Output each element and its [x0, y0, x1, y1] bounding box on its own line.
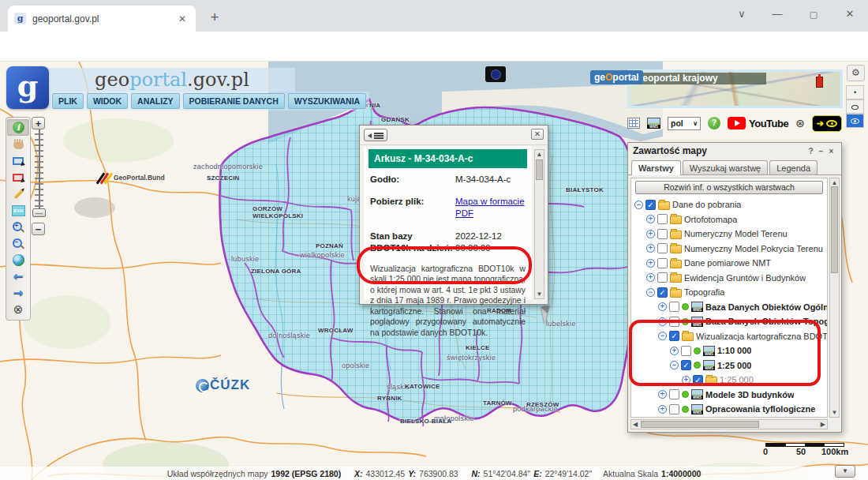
results-list-icon[interactable]	[364, 129, 387, 141]
tab-warstwy[interactable]: Warstwy	[631, 160, 681, 175]
pdf-download-link[interactable]: Mapa w formacie PDF	[455, 197, 525, 217]
menu-item-analizy[interactable]: ANALIZY	[131, 93, 180, 109]
zoom-out-button[interactable]: −	[32, 223, 45, 235]
map-viewport[interactable]: zachodniopomorskiekujawsko-pomorskielubu…	[0, 62, 868, 480]
layer-checkbox[interactable]: ✓	[645, 200, 656, 210]
layer-checkbox[interactable]	[669, 302, 679, 312]
layer-label[interactable]: Topografia	[684, 287, 724, 297]
panel-scroll-up-icon[interactable]: ▲	[830, 179, 839, 186]
panel-scroll-left-icon[interactable]: ◀	[633, 421, 638, 428]
full-extent-tool[interactable]	[7, 252, 29, 268]
layer-label[interactable]: Baza Danych Obiektów Ogólnogeog	[705, 302, 827, 312]
expand-icon[interactable]: +	[658, 390, 667, 399]
help-icon[interactable]: ?	[708, 117, 720, 129]
layer-checkbox[interactable]: ✓	[657, 287, 668, 298]
layer-checkbox[interactable]	[681, 346, 691, 356]
layer-row[interactable]: −✓Dane do pobrania	[631, 197, 827, 212]
view-eye-active-button[interactable]	[846, 114, 864, 128]
zoom-in-tool[interactable]: +	[7, 219, 29, 235]
expand-icon[interactable]: +	[646, 215, 655, 223]
wms-services-icon[interactable]	[647, 118, 660, 129]
identify-info-tool[interactable]: i	[7, 119, 29, 136]
scroll-down-icon[interactable]: ▼	[535, 291, 544, 298]
collapse-icon[interactable]: −	[646, 288, 655, 297]
layer-checkbox[interactable]	[657, 243, 668, 253]
overview-map[interactable]: Geoportal krajowy	[627, 69, 843, 108]
layer-label[interactable]: Numeryczny Model Pokrycia Terenu	[684, 244, 823, 253]
clear-tool[interactable]: ⊗	[7, 302, 29, 318]
layer-label[interactable]: Dane do pobrania	[672, 200, 741, 209]
layer-checkbox[interactable]	[669, 317, 679, 327]
panel-vertical-scrollbar[interactable]: ▲ ▼	[829, 178, 840, 418]
map-marker[interactable]	[485, 66, 506, 82]
scroll-up-icon[interactable]: ▲	[535, 151, 544, 158]
menu-item-widok[interactable]: WIDOK	[87, 93, 128, 109]
expand-icon[interactable]: +	[658, 317, 667, 326]
expand-icon[interactable]: +	[670, 347, 679, 355]
panel-help-icon[interactable]: ?	[806, 147, 816, 156]
coordinates-tool[interactable]: XYH	[7, 202, 29, 219]
high-contrast-button[interactable]: ➔	[812, 115, 842, 132]
grid-view-icon[interactable]	[627, 118, 640, 129]
select-rectangle-tool[interactable]	[7, 152, 29, 169]
zoom-slider-handle[interactable]	[32, 208, 46, 217]
layer-label[interactable]: Opracowania tyflologiczne	[705, 404, 815, 414]
expand-icon[interactable]: +	[646, 259, 655, 268]
expand-icon[interactable]: +	[646, 230, 655, 238]
expand-icon[interactable]: +	[682, 376, 690, 384]
pan-tool[interactable]	[7, 136, 29, 152]
menu-item-plik[interactable]: PLIK	[52, 93, 84, 109]
layer-label[interactable]: Dane pomiarowe NMT	[684, 258, 771, 268]
view-dot-button[interactable]: •	[846, 85, 864, 99]
statusbar-collapse-icon[interactable]: ▼	[835, 465, 855, 478]
layer-label[interactable]: 1:10 000	[717, 346, 751, 355]
layer-row[interactable]: −✓Wizualizacja kartograficzna BDOT10k	[631, 329, 827, 344]
collapse-icon[interactable]: −	[670, 361, 679, 369]
browser-tab[interactable]: g geoportal.gov.pl ✕	[8, 6, 196, 32]
layer-row[interactable]: +1:10 000	[631, 343, 827, 358]
zoom-in-button[interactable]: +	[32, 117, 45, 129]
panel-close-icon[interactable]: ×	[826, 147, 836, 156]
layer-checkbox[interactable]: ✓	[669, 331, 679, 341]
expand-icon[interactable]: +	[658, 405, 667, 414]
tab-close-icon[interactable]: ✕	[175, 12, 189, 26]
window-maximize-button[interactable]: ▢	[795, 0, 832, 30]
layer-checkbox[interactable]: ✓	[693, 375, 703, 385]
measure-tool[interactable]	[7, 186, 29, 202]
layer-label[interactable]: Ewidencja Gruntów i Budynków	[684, 273, 806, 283]
expand-icon[interactable]: +	[646, 244, 655, 253]
geoportal-logo[interactable]: g	[6, 66, 49, 109]
layer-row[interactable]: +Ortofotomapa	[631, 212, 827, 227]
language-select[interactable]: pol∨	[668, 117, 701, 130]
collapse-icon[interactable]: −	[658, 332, 667, 340]
previous-view-tool[interactable]: ←	[7, 268, 29, 285]
layer-label[interactable]: 1:25 000	[720, 375, 754, 384]
window-close-button[interactable]: ✕	[832, 0, 868, 30]
next-view-tool[interactable]: →	[7, 285, 29, 302]
layer-label[interactable]: Modele 3D budynków	[705, 390, 794, 399]
layer-row[interactable]: +Opracowania tyflologiczne	[631, 402, 827, 417]
panel-scroll-down-icon[interactable]: ▼	[830, 409, 839, 416]
accessibility-icon[interactable]: ⊛	[795, 117, 805, 129]
menu-item-pobieranie-danych[interactable]: POBIERANIE DANYCH	[183, 93, 285, 109]
layer-checkbox[interactable]	[657, 272, 668, 283]
layer-label[interactable]: Baza Danych Obiektów Topograficz	[705, 317, 827, 326]
panel-minimize-icon[interactable]: −	[816, 147, 826, 156]
expand-all-layers-button[interactable]: Rozwiń inf. o wszystkich warstwach	[635, 181, 823, 194]
layer-checkbox[interactable]	[669, 389, 679, 399]
layer-row[interactable]: +Baza Danych Obiektów Topograficz	[631, 314, 827, 329]
layer-label[interactable]: Wizualizacja kartograficzna BDOT10k	[696, 332, 827, 341]
popup-close-icon[interactable]: ✕	[531, 129, 544, 140]
zoom-out-tool[interactable]: −	[7, 235, 29, 252]
layer-label[interactable]: Ortofotomapa	[684, 215, 737, 224]
settings-gears-icon[interactable]: ⚙	[847, 65, 865, 81]
deselect-rectangle-tool[interactable]	[7, 169, 29, 186]
layer-row[interactable]: +Ewidencja Gruntów i Budynków	[631, 271, 827, 286]
panel-scroll-right-icon[interactable]: ▶	[821, 421, 825, 428]
layer-row[interactable]: +✓1:25 000	[631, 373, 827, 388]
expand-icon[interactable]: +	[646, 273, 655, 282]
layer-row[interactable]: +Numeryczny Model Pokrycia Terenu	[631, 242, 827, 257]
tab-wyszukaj-warstwę[interactable]: Wyszukaj warstwę	[683, 160, 768, 174]
layer-label[interactable]: Numeryczny Model Terenu	[684, 229, 788, 238]
layer-checkbox[interactable]	[669, 404, 679, 414]
